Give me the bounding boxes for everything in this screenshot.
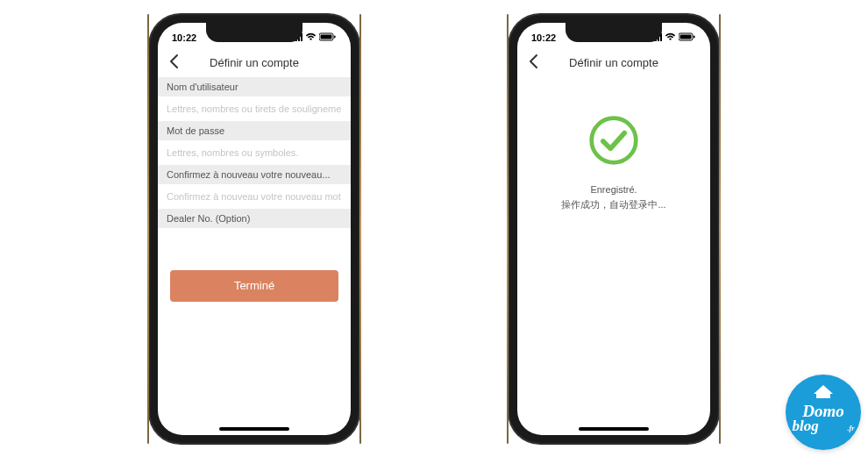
wifi-icon xyxy=(305,32,317,43)
dealer-no-input[interactable] xyxy=(158,228,351,253)
username-label: Nom d'utilisateur xyxy=(158,77,351,96)
svg-point-6 xyxy=(592,118,637,162)
logo-suffix: .fr xyxy=(848,425,855,432)
confirm-password-input[interactable] xyxy=(158,184,351,209)
logo-line2: blog xyxy=(793,418,819,434)
svg-rect-5 xyxy=(694,35,695,38)
back-button[interactable] xyxy=(528,54,538,72)
house-icon xyxy=(810,383,836,399)
page-title: Définir un compte xyxy=(517,56,710,69)
home-indicator[interactable] xyxy=(219,427,289,431)
svg-rect-2 xyxy=(334,35,336,38)
success-area: Enregistré. 操作成功，自动登录中... xyxy=(517,77,710,213)
checkmark-icon xyxy=(587,114,640,167)
submit-button-label: Terminé xyxy=(234,279,274,292)
phone-mockup-left: 10:22 Définir un compte Nom d'utilisateu… xyxy=(149,14,359,444)
nav-bar: Définir un compte xyxy=(158,49,351,77)
domoblog-logo: Domo blog .fr xyxy=(786,375,861,450)
nav-bar: Définir un compte xyxy=(517,49,710,77)
submit-button[interactable]: Terminé xyxy=(170,270,338,302)
password-label: Mot de passe xyxy=(158,121,351,140)
home-indicator[interactable] xyxy=(579,427,649,431)
svg-rect-4 xyxy=(680,34,692,39)
back-button[interactable] xyxy=(168,54,179,72)
screen-left: 10:22 Définir un compte Nom d'utilisateu… xyxy=(158,23,351,435)
success-message: Enregistré. 操作成功，自动登录中... xyxy=(561,182,665,213)
confirm-password-label: Confirmez à nouveau votre nouveau... xyxy=(158,165,351,184)
svg-rect-1 xyxy=(321,34,332,39)
battery-icon xyxy=(319,32,337,43)
password-input[interactable] xyxy=(158,140,351,165)
status-time: 10:22 xyxy=(531,32,556,43)
screen-right: 10:22 Définir un compte xyxy=(517,23,710,435)
success-line1: Enregistré. xyxy=(561,182,665,198)
success-line2: 操作成功，自动登录中... xyxy=(561,197,665,213)
notch xyxy=(206,23,302,42)
notch xyxy=(566,23,662,42)
wifi-icon xyxy=(665,32,676,43)
page-title: Définir un compte xyxy=(158,56,351,69)
phone-mockup-right: 10:22 Définir un compte xyxy=(509,14,719,444)
dealer-no-label: Dealer No. (Option) xyxy=(158,209,351,228)
username-input[interactable] xyxy=(158,96,351,121)
battery-icon xyxy=(679,32,696,43)
status-time: 10:22 xyxy=(172,32,196,43)
